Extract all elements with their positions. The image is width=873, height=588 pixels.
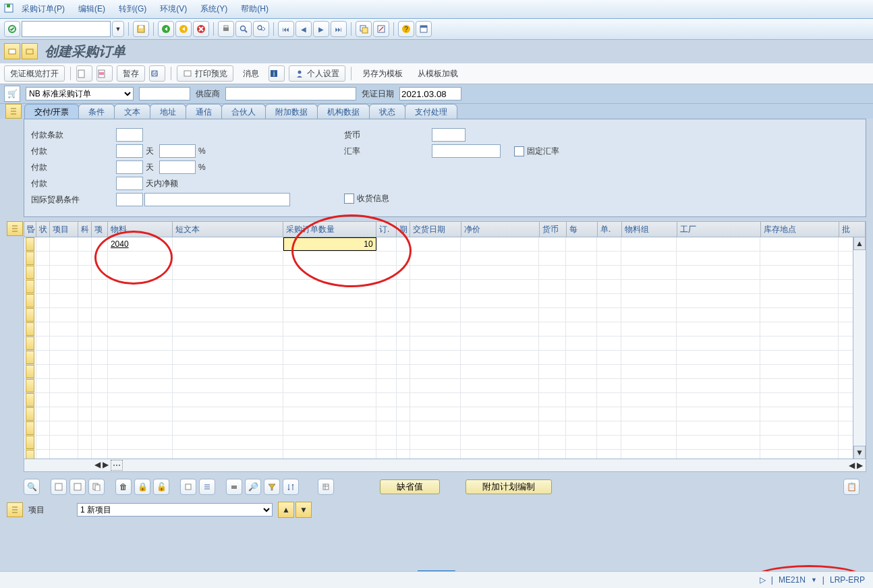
cell[interactable]: [760, 450, 839, 459]
help-icon[interactable]: ?: [398, 21, 414, 37]
col-matlgrp[interactable]: 物料组: [622, 222, 677, 237]
delete-icon[interactable]: 🗑: [115, 479, 132, 495]
cell[interactable]: [92, 322, 108, 336]
cell[interactable]: [108, 351, 173, 364]
cell[interactable]: [78, 393, 92, 407]
cell[interactable]: [461, 252, 539, 265]
cell[interactable]: [92, 436, 108, 449]
cell[interactable]: [410, 322, 461, 336]
cell[interactable]: [410, 308, 461, 322]
cell[interactable]: [566, 365, 597, 378]
find-icon[interactable]: [235, 21, 252, 37]
cell[interactable]: [621, 407, 677, 421]
table-row[interactable]: [24, 336, 866, 351]
cell[interactable]: [410, 407, 461, 421]
cell[interactable]: [92, 280, 108, 293]
cell[interactable]: [410, 252, 461, 265]
cell[interactable]: [36, 266, 50, 279]
cell[interactable]: [50, 450, 78, 459]
tab-additional[interactable]: 附加数据: [265, 104, 318, 119]
rate-field[interactable]: [432, 144, 501, 158]
scroll-down-icon[interactable]: ▼: [853, 446, 866, 459]
cell[interactable]: [78, 252, 92, 265]
cell[interactable]: [397, 280, 410, 293]
hold-button[interactable]: 暂存: [117, 65, 145, 82]
cell[interactable]: [50, 336, 78, 350]
row-selector[interactable]: [24, 351, 36, 364]
cell[interactable]: [621, 294, 677, 307]
cell[interactable]: [283, 351, 376, 364]
cell[interactable]: [566, 407, 597, 421]
col-acct[interactable]: 科: [78, 222, 92, 237]
cell[interactable]: [677, 322, 760, 336]
cell[interactable]: [397, 351, 410, 364]
cell[interactable]: [539, 407, 566, 421]
cell[interactable]: [108, 308, 173, 322]
lock-icon[interactable]: 🔒: [134, 479, 150, 495]
cell[interactable]: [677, 436, 760, 449]
exit-icon[interactable]: [175, 21, 192, 37]
cell[interactable]: [760, 436, 839, 449]
cell[interactable]: [410, 436, 461, 449]
vertical-scrollbar[interactable]: ▲ ▼: [853, 237, 866, 459]
col-opu[interactable]: 单.: [598, 222, 622, 237]
cell[interactable]: [760, 308, 839, 322]
tab-address[interactable]: 地址: [150, 104, 186, 119]
cell[interactable]: [36, 421, 50, 435]
cell[interactable]: [760, 322, 839, 336]
cell[interactable]: [461, 393, 539, 407]
cell[interactable]: [410, 450, 461, 459]
cell[interactable]: [677, 421, 760, 435]
table-row[interactable]: [24, 379, 866, 393]
cell[interactable]: [597, 365, 621, 378]
cell[interactable]: [173, 308, 283, 322]
item-find-icon[interactable]: 🔎: [245, 479, 261, 495]
cell[interactable]: [461, 407, 539, 421]
cell[interactable]: [108, 322, 173, 336]
deselect-all-icon[interactable]: [69, 479, 86, 495]
cell[interactable]: [173, 322, 283, 336]
cell[interactable]: [376, 294, 397, 307]
cell[interactable]: [376, 436, 397, 449]
table-row[interactable]: [24, 280, 866, 294]
cell[interactable]: [597, 351, 621, 364]
cell[interactable]: [376, 393, 397, 407]
doc-date-field[interactable]: [399, 87, 461, 100]
cell[interactable]: [78, 421, 92, 435]
cell[interactable]: [36, 407, 50, 421]
cell[interactable]: [36, 336, 50, 350]
cell[interactable]: [376, 322, 397, 336]
row-selector[interactable]: [24, 280, 36, 293]
cell[interactable]: [410, 365, 461, 378]
cell[interactable]: [108, 407, 173, 421]
cell[interactable]: [397, 393, 410, 407]
cell[interactable]: [566, 294, 597, 307]
tab-status[interactable]: 状态: [369, 104, 405, 119]
cell[interactable]: [108, 436, 173, 449]
cell[interactable]: [376, 450, 397, 459]
col-cat[interactable]: 项: [92, 222, 108, 237]
cell[interactable]: [597, 252, 621, 265]
cell[interactable]: [677, 252, 760, 265]
row-selector[interactable]: [24, 365, 36, 378]
command-dropdown[interactable]: ▼: [112, 21, 124, 37]
title-icon-1[interactable]: [4, 43, 20, 59]
row-selector[interactable]: [24, 393, 36, 407]
cell[interactable]: [566, 436, 597, 449]
cell[interactable]: [376, 336, 397, 350]
col-stloc[interactable]: 库存地点: [761, 222, 839, 237]
order-type-dropdown[interactable]: NB 标准采购订单: [26, 87, 134, 100]
cell[interactable]: [50, 351, 78, 364]
row-selector[interactable]: [24, 421, 36, 435]
item-select-dropdown[interactable]: 1 新项目: [77, 503, 273, 517]
pay2-pct-field[interactable]: [159, 160, 196, 174]
item-collapse-button[interactable]: [7, 221, 23, 236]
menu-sys[interactable]: 系统(Y): [194, 2, 234, 16]
cell[interactable]: [461, 237, 539, 251]
cell[interactable]: [539, 294, 566, 307]
cell[interactable]: [36, 252, 50, 265]
cell[interactable]: [397, 336, 410, 350]
cell[interactable]: [539, 280, 566, 293]
cell[interactable]: [173, 336, 283, 350]
cell[interactable]: [760, 365, 839, 378]
